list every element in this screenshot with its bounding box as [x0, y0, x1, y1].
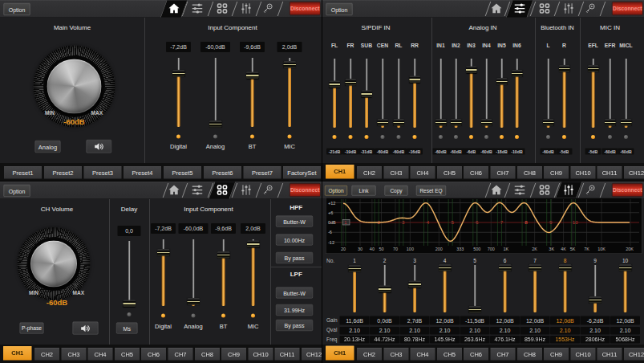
svg-text:10K: 10K	[597, 247, 606, 251]
svg-text:4K: 4K	[561, 247, 566, 251]
svg-text:-6: -6	[328, 230, 332, 235]
svg-text:7K: 7K	[584, 247, 589, 251]
svg-text:5: 5	[451, 219, 454, 225]
svg-text:1: 1	[344, 219, 347, 225]
svg-text:70: 70	[393, 247, 398, 251]
svg-text:+12: +12	[328, 201, 335, 206]
svg-text:20K: 20K	[626, 247, 634, 251]
svg-text:333: 333	[456, 247, 464, 251]
svg-text:9: 9	[549, 219, 553, 225]
svg-text:3K: 3K	[549, 247, 554, 251]
svg-text:5K: 5K	[570, 247, 576, 251]
svg-text:10: 10	[573, 219, 578, 225]
svg-text:2K: 2K	[532, 247, 537, 251]
svg-text:500: 500	[473, 247, 480, 251]
svg-text:0dB: 0dB	[328, 220, 336, 225]
svg-text:6: 6	[476, 219, 479, 225]
svg-text:1K: 1K	[503, 247, 508, 251]
svg-text:20: 20	[341, 247, 346, 251]
svg-text:30: 30	[358, 247, 363, 251]
svg-text:7: 7	[500, 219, 504, 225]
svg-text:100: 100	[407, 247, 414, 251]
svg-text:40: 40	[370, 247, 375, 251]
svg-text:+6: +6	[328, 210, 333, 215]
svg-text:200: 200	[435, 247, 443, 251]
svg-text:-12: -12	[328, 240, 334, 245]
svg-text:4: 4	[427, 219, 430, 225]
svg-text:700: 700	[488, 247, 495, 251]
svg-text:3: 3	[402, 219, 405, 225]
svg-text:50: 50	[379, 247, 383, 251]
svg-text:8: 8	[525, 219, 528, 225]
